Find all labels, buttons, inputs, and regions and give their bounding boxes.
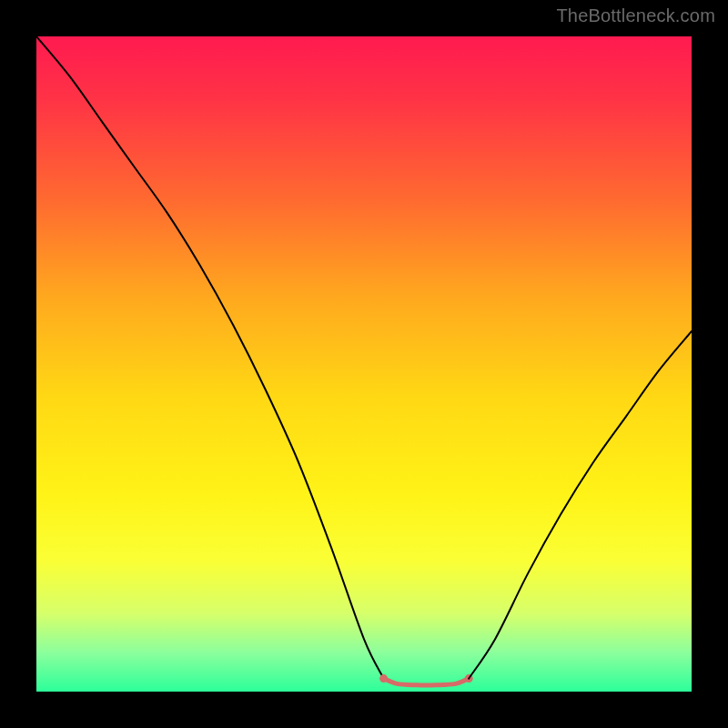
chart-outer-frame: TheBottleneck.com [0,0,728,728]
flat-endpoint-dot [379,674,388,682]
plot-area [36,36,692,692]
watermark-text: TheBottleneck.com [556,5,715,26]
gradient-background [36,36,692,692]
chart-svg [36,36,692,692]
